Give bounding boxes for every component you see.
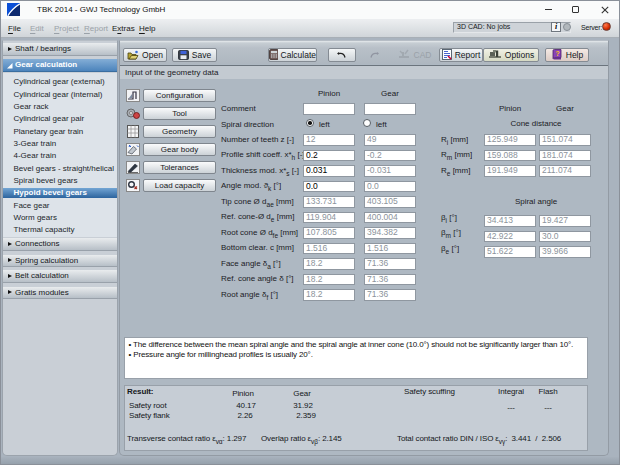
svg-text:?: ? (555, 50, 559, 57)
